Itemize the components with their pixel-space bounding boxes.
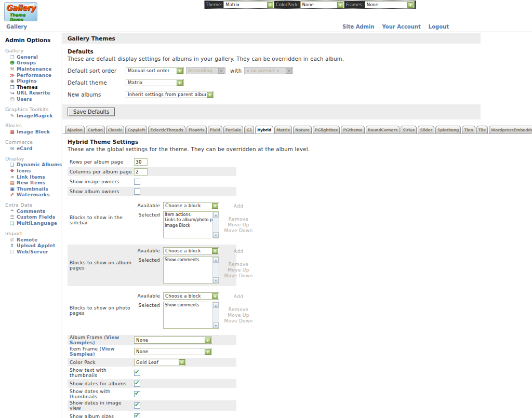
- action-move-up[interactable]: Move Up: [222, 313, 255, 318]
- selected-blocks-list[interactable]: Show comments▲▼: [163, 302, 219, 329]
- selected-blocks-list[interactable]: Show comments▲▼: [163, 257, 219, 284]
- sidebar-item-url-rewrite[interactable]: ↪URL Rewrite: [0, 90, 61, 97]
- list-item: Item actions: [165, 212, 211, 218]
- sidebar-item-maintenance[interactable]: ⚒Maintenance: [0, 66, 61, 72]
- setting-checkbox-show-image-owners[interactable]: [134, 179, 140, 185]
- breadcrumb[interactable]: Gallery: [6, 24, 27, 30]
- add-link[interactable]: Add: [222, 292, 255, 299]
- frames-select[interactable]: None▼: [365, 1, 415, 8]
- tab-slider[interactable]: Slider: [418, 126, 434, 133]
- sidebar-item-performance[interactable]: ≫Performance: [0, 72, 61, 78]
- tab-tile[interactable]: Tile: [476, 126, 488, 133]
- tab-wordpressembedded[interactable]: WordpressEmbedded: [489, 126, 532, 133]
- gallery-logo[interactable]: Gallery Theme Demo: [4, 2, 37, 21]
- new-albums-select[interactable]: Inherit settings from parent album▼: [126, 91, 214, 98]
- link-your-account[interactable]: Your Account: [382, 24, 421, 30]
- setting-label-text: Show dates for albums: [70, 381, 126, 386]
- setting-select-album-frame[interactable]: None▼: [134, 336, 212, 344]
- tab-tien[interactable]: Tien: [462, 126, 475, 133]
- sidebar-item-icons[interactable]: ❖Icons: [0, 168, 61, 174]
- sidebar-item-imagemagick[interactable]: ✎ImageMagick: [0, 113, 61, 119]
- theme-select[interactable]: Matrix▼: [223, 1, 274, 8]
- sidebar-item-custom-fields[interactable]: ☰Custom Fields: [0, 214, 61, 221]
- sidebar-item-watermarks[interactable]: ✐Watermarks: [0, 192, 61, 198]
- tab-carbon[interactable]: Carbon: [86, 126, 105, 133]
- sidebar-item-comments[interactable]: ❝Comments: [0, 208, 61, 214]
- check-icon: ✔: [135, 390, 140, 397]
- sidebar-item-web-server[interactable]: ☐Web/Server: [0, 249, 61, 255]
- tab-siriux[interactable]: Siriux: [401, 126, 417, 133]
- tab-pglightbox[interactable]: PGlightbox: [313, 126, 340, 133]
- setting-checkbox-show-album-owners[interactable]: [134, 188, 140, 195]
- tab-roundcorners[interactable]: RoundCorners: [366, 126, 400, 133]
- action-move-down[interactable]: Move Down: [222, 318, 255, 323]
- sidebar-item-ecard[interactable]: ✉eCard: [0, 145, 61, 152]
- available-block-select[interactable]: Choose a block▼: [163, 247, 219, 254]
- action-remove[interactable]: Remove: [222, 262, 255, 267]
- tab-copyleft[interactable]: Copyleft: [125, 126, 147, 133]
- setting-checkbox-show-dates-for-albums[interactable]: ✔: [134, 381, 140, 387]
- tab-floatrix[interactable]: Floatrix: [187, 126, 207, 133]
- check-icon: ✔: [135, 401, 140, 408]
- action-move-down[interactable]: Move Down: [222, 273, 255, 278]
- link-site-admin[interactable]: Site Admin: [342, 24, 375, 30]
- setting-input-rows-per-album-page[interactable]: [134, 158, 148, 166]
- setting-label: Item Frame (View Samples): [68, 346, 134, 357]
- tab-fluid[interactable]: Fluid: [208, 126, 222, 133]
- add-link[interactable]: Add: [222, 247, 255, 254]
- presort-select[interactable]: « no presort »▼: [244, 67, 293, 74]
- selected-blocks-list[interactable]: Item actionsLinks to album/photo peersIm…: [163, 211, 219, 238]
- setting-checkbox-show-text-with-thumbnails[interactable]: ✔: [134, 370, 140, 376]
- tab-eclecticthreads[interactable]: EclecticThreads: [148, 126, 185, 133]
- tab-pgtheme[interactable]: PGtheme: [341, 126, 364, 133]
- tab-splatbang[interactable]: Splatbang: [435, 126, 461, 133]
- setting-input-columns-per-album-page[interactable]: [134, 168, 148, 176]
- sidebar-item-thumbnails[interactable]: ▣Thumbnails: [0, 186, 61, 192]
- action-remove[interactable]: Remove: [222, 217, 255, 222]
- sidebar-item-themes[interactable]: ❒Themes: [0, 84, 61, 90]
- default-theme-select[interactable]: Matrix▼: [126, 79, 184, 86]
- available-block-select[interactable]: Choose a block▼: [163, 202, 219, 209]
- sidebar-item-image-block[interactable]: ▦Image Block: [0, 129, 61, 135]
- available-block-select[interactable]: Choose a block▼: [163, 292, 219, 300]
- listbox-scrollbar[interactable]: ▲▼: [212, 257, 219, 283]
- sidebar-item-upload-applet[interactable]: ⇧Upload Applet: [0, 242, 61, 249]
- sort-order-select[interactable]: Manual sort order▼: [126, 67, 184, 74]
- sidebar-item-users[interactable]: ☺Users: [0, 96, 61, 102]
- tab-matrix[interactable]: Matrix: [274, 126, 292, 133]
- setting-row-blocks-to-show-in-the-sidebar: Blocks to show in the sidebarAvailableCh…: [68, 199, 236, 241]
- sidebar-item-new-items[interactable]: ▤New Items: [0, 180, 61, 186]
- action-move-up[interactable]: Move Up: [222, 267, 255, 273]
- setting-select-color-pack[interactable]: Gold Leaf▼: [134, 359, 186, 366]
- tab-forsale[interactable]: ForSale: [223, 126, 243, 133]
- link-logout[interactable]: Logout: [429, 24, 449, 30]
- setting-checkbox-show-album-sizes[interactable]: ✔: [134, 413, 140, 418]
- select-value: Manual sort order: [126, 68, 171, 73]
- listbox-scrollbar[interactable]: ▲▼: [212, 302, 219, 328]
- action-remove[interactable]: Remove: [222, 307, 255, 312]
- sidebar-item-groups[interactable]: ☻Groups: [0, 60, 61, 66]
- sidebar-item-remote[interactable]: ✆Remote: [0, 237, 61, 243]
- setting-checkbox-show-dates-in-image-view[interactable]: ✔: [134, 402, 140, 409]
- tab-ajaxian[interactable]: Ajaxian: [65, 126, 85, 133]
- action-move-up[interactable]: Move Up: [222, 222, 255, 227]
- action-move-down[interactable]: Move Down: [222, 228, 255, 233]
- setting-row-show-text-with-thumbnails: Show text with thumbnails✔: [68, 368, 236, 378]
- add-link[interactable]: Add: [222, 202, 255, 209]
- tab-nature[interactable]: Nature: [293, 126, 312, 133]
- sidebar-item-plugins[interactable]: ◉Plugins: [0, 78, 61, 84]
- tab-classic[interactable]: Classic: [106, 126, 125, 133]
- tab-g1[interactable]: G1: [244, 126, 254, 133]
- tab-hybrid[interactable]: Hybrid: [255, 126, 273, 134]
- sidebar-item-link-items[interactable]: ∞Link Items: [0, 174, 61, 180]
- sidebar-item-dynamic-albums[interactable]: ❏Dynamic Albums: [0, 162, 61, 168]
- sidebar-item-multilanguage[interactable]: ❏MultiLanguage: [0, 220, 61, 226]
- setting-checkbox-show-dates-with-thumbnails[interactable]: ✔: [134, 391, 140, 397]
- ecard-icon: ✉: [9, 146, 16, 151]
- listbox-scrollbar[interactable]: ▲▼: [212, 212, 219, 238]
- colorpack-select[interactable]: None▼: [300, 1, 344, 8]
- sort-direction-select[interactable]: Ascending▼: [186, 67, 225, 74]
- sidebar-item-general[interactable]: ❐General: [0, 54, 61, 60]
- setting-select-item-frame[interactable]: None▼: [134, 348, 212, 355]
- save-defaults-button[interactable]: Save Defaults: [68, 107, 115, 116]
